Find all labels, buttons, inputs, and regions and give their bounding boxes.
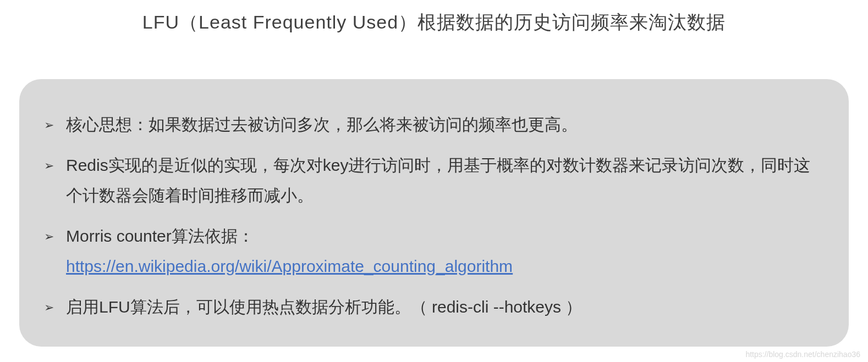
bullet-text-4: 启用LFU算法后，可以使用热点数据分析功能。（ redis-cli --hotk… [66,292,824,322]
bullet-marker-icon: ➢ [44,109,66,137]
bullet-marker-icon: ➢ [44,221,66,248]
bullet-3-prefix: Morris counter算法依据： [66,227,254,245]
bullet-marker-icon: ➢ [44,150,66,177]
bullet-item-3: ➢ Morris counter算法依据： https://en.wikiped… [44,221,824,282]
bullet-text-1: 核心思想：如果数据过去被访问多次，那么将来被访问的频率也更高。 [66,109,824,140]
morris-counter-link[interactable]: https://en.wikipedia.org/wiki/Approximat… [66,257,513,275]
content-panel: ➢ 核心思想：如果数据过去被访问多次，那么将来被访问的频率也更高。 ➢ Redi… [19,79,849,347]
bullet-text-2: Redis实现的是近似的实现，每次对key进行访问时，用基于概率的对数计数器来记… [66,150,824,211]
bullet-marker-icon: ➢ [44,292,66,319]
bullet-item-2: ➢ Redis实现的是近似的实现，每次对key进行访问时，用基于概率的对数计数器… [44,150,824,211]
bullet-item-4: ➢ 启用LFU算法后，可以使用热点数据分析功能。（ redis-cli --ho… [44,292,824,322]
slide-title: LFU（Least Frequently Used）根据数据的历史访问频率来淘汰… [0,0,868,35]
bullet-item-1: ➢ 核心思想：如果数据过去被访问多次，那么将来被访问的频率也更高。 [44,109,824,140]
bullet-text-3: Morris counter算法依据： https://en.wikipedia… [66,221,824,282]
watermark-text: https://blog.csdn.net/chenzihao36 [745,350,860,359]
link-text: https://en.wikipedia.org/wiki/Approximat… [66,257,513,275]
